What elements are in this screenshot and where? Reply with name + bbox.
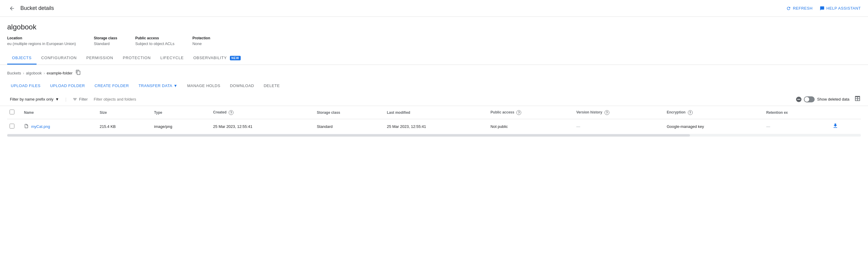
scrollbar-thumb [7, 134, 690, 137]
filter-prefix-arrow-icon: ▼ [55, 97, 59, 102]
minus-icon [796, 97, 802, 102]
table-row: myCat.png 215.4 KB image/png 25 Mar 2023… [7, 119, 861, 134]
meta-storage-class-label: Storage class [94, 36, 117, 40]
select-all-header [7, 106, 19, 119]
col-storage-class: Storage class [312, 106, 382, 119]
encryption-help-icon[interactable]: ? [688, 110, 693, 115]
meta-storage-class: Storage class Standard [94, 36, 117, 46]
row-version-history: — [571, 119, 662, 134]
version-history-help-icon[interactable]: ? [604, 110, 609, 115]
breadcrumb-buckets[interactable]: Buckets [7, 71, 21, 75]
top-bar: Bucket details REFRESH HELP ASSISTANT [0, 0, 868, 17]
refresh-label: REFRESH [793, 6, 812, 10]
row-encryption: Google-managed key [662, 119, 762, 134]
col-encryption: Encryption ? [662, 106, 762, 119]
meta-location-label: Location [7, 36, 76, 40]
col-actions [828, 106, 861, 119]
meta-storage-class-value: Standard [94, 41, 117, 46]
upload-folder-button[interactable]: UPLOAD FOLDER [46, 81, 88, 90]
toggle-thumb [804, 97, 809, 102]
bucket-meta: Location eu (multiple regions in Europea… [7, 36, 861, 46]
filter-input[interactable] [94, 97, 793, 102]
row-last-modified: 25 Mar 2023, 12:55:41 [382, 119, 486, 134]
filter-prefix-dropdown[interactable]: Filter by name prefix only ▼ [7, 95, 62, 103]
transfer-data-arrow-icon: ▼ [174, 83, 178, 88]
tab-observability-label: OBSERVABILITY [193, 56, 227, 60]
meta-location: Location eu (multiple regions in Europea… [7, 36, 76, 46]
col-public-access: Public access ? [486, 106, 571, 119]
row-public-access: Not public [486, 119, 571, 134]
filter-divider: | [65, 97, 66, 102]
public-access-help-icon[interactable]: ? [517, 110, 521, 115]
meta-public-access: Public access Subject to object ACLs [135, 36, 175, 46]
tab-observability[interactable]: OBSERVABILITY NEW [188, 52, 246, 64]
file-name: myCat.png [31, 124, 50, 129]
col-name: Name [19, 106, 95, 119]
meta-location-value: eu (multiple regions in European Union) [7, 41, 76, 46]
action-bar: UPLOAD FILES UPLOAD FOLDER CREATE FOLDER… [0, 79, 868, 93]
filter-right: Show deleted data [796, 95, 861, 103]
row-name: myCat.png [19, 119, 95, 134]
row-checkbox-cell [7, 119, 19, 134]
help-assistant-label: HELP ASSISTANT [826, 6, 861, 10]
tab-permission[interactable]: PERMISSION [82, 52, 118, 64]
filter-prefix-label: Filter by name prefix only [10, 97, 53, 102]
tab-new-badge: NEW [230, 56, 241, 60]
col-created: Created ? [208, 106, 312, 119]
create-folder-button[interactable]: CREATE FOLDER [91, 81, 133, 90]
bucket-info: algobook Location eu (multiple regions i… [0, 17, 868, 46]
row-size: 215.4 KB [95, 119, 150, 134]
manage-holds-button[interactable]: MANAGE HOLDS [183, 81, 224, 90]
tab-bar: OBJECTS CONFIGURATION PERMISSION PROTECT… [0, 52, 868, 65]
row-type: image/png [149, 119, 208, 134]
delete-button[interactable]: DELETE [260, 81, 283, 90]
created-help-icon[interactable]: ? [229, 110, 234, 115]
refresh-button[interactable]: REFRESH [786, 6, 812, 11]
filter-icon-button[interactable]: Filter [70, 96, 90, 103]
row-storage-class: Standard [312, 119, 382, 134]
col-type: Type [149, 106, 208, 119]
col-retention: Retention ex [762, 106, 828, 119]
col-version-history: Version history ? [571, 106, 662, 119]
toggle-track[interactable] [804, 96, 815, 102]
download-button[interactable]: DOWNLOAD [226, 81, 258, 90]
columns-icon[interactable] [854, 95, 861, 103]
copy-path-icon[interactable] [75, 70, 81, 76]
row-checkbox[interactable] [9, 124, 14, 129]
page-title: Bucket details [20, 5, 54, 11]
top-bar-right: REFRESH HELP ASSISTANT [786, 6, 861, 11]
transfer-data-button[interactable]: TRANSFER DATA ▼ [135, 81, 181, 90]
table-header-row: Name Size Type Created ? Storage class L… [7, 106, 861, 119]
breadcrumb: Buckets › algobook › example-folder [0, 65, 868, 79]
help-assistant-button[interactable]: HELP ASSISTANT [820, 6, 861, 11]
file-icon [24, 124, 29, 130]
filter-bar: Filter by name prefix only ▼ | Filter Sh… [0, 93, 868, 106]
tab-objects[interactable]: OBJECTS [7, 52, 37, 64]
top-bar-left: Bucket details [7, 4, 54, 13]
breadcrumb-sep-2: › [43, 71, 45, 75]
table-container: Name Size Type Created ? Storage class L… [0, 106, 868, 134]
tab-configuration[interactable]: CONFIGURATION [37, 52, 82, 64]
row-created: 25 Mar 2023, 12:55:41 [208, 119, 312, 134]
back-button[interactable] [7, 4, 17, 13]
upload-files-button[interactable]: UPLOAD FILES [7, 81, 44, 90]
row-download-action [828, 119, 861, 134]
download-file-icon[interactable] [832, 124, 838, 130]
col-last-modified: Last modified [382, 106, 486, 119]
meta-public-access-label: Public access [135, 36, 175, 40]
breadcrumb-algobook[interactable]: algobook [26, 71, 42, 75]
meta-protection-label: Protection [192, 36, 210, 40]
show-deleted-label: Show deleted data [817, 97, 849, 102]
horizontal-scrollbar[interactable] [7, 134, 861, 137]
meta-protection-value: None [192, 41, 210, 46]
col-size: Size [95, 106, 150, 119]
meta-public-access-value: Subject to object ACLs [135, 41, 175, 46]
objects-table: Name Size Type Created ? Storage class L… [7, 106, 861, 134]
bucket-name: algobook [7, 23, 861, 31]
tab-lifecycle[interactable]: LIFECYCLE [156, 52, 188, 64]
file-link[interactable]: myCat.png [24, 124, 90, 130]
breadcrumb-current-folder: example-folder [47, 71, 72, 75]
tab-protection[interactable]: PROTECTION [118, 52, 156, 64]
breadcrumb-sep-1: › [23, 71, 24, 75]
select-all-checkbox[interactable] [9, 110, 14, 114]
